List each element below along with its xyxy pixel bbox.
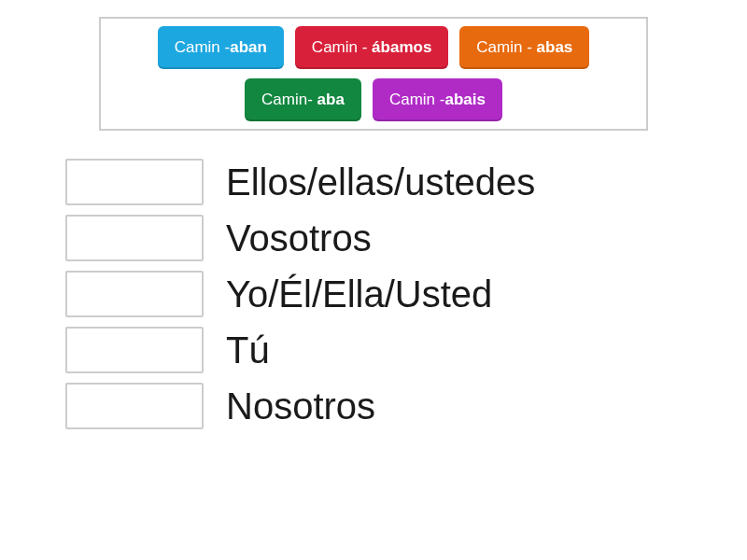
tile-prefix: Camin - <box>389 91 445 108</box>
tile-abas[interactable]: Camin - abas <box>459 26 589 69</box>
match-row: Ellos/ellas/ustedes <box>65 159 747 205</box>
dropzone[interactable] <box>65 383 204 429</box>
tile-prefix: Camin - <box>312 38 372 56</box>
tile-prefix: Camin - <box>175 38 231 56</box>
match-row: Tú <box>65 327 747 373</box>
match-row: Yo/Él/Ella/Usted <box>65 271 747 317</box>
tile-suffix: aban <box>230 38 267 56</box>
tile-prefix: Camin- <box>261 91 317 108</box>
tile-tray: Camin -aban Camin - ábamos Camin - abas … <box>99 17 648 131</box>
tile-prefix: Camin - <box>476 38 536 56</box>
match-row: Nosotros <box>65 383 747 429</box>
tile-suffix: aba <box>317 91 345 108</box>
tile-aban[interactable]: Camin -aban <box>158 26 284 69</box>
prompt-label: Tú <box>226 330 270 370</box>
tile-aba[interactable]: Camin- aba <box>245 78 361 121</box>
tile-abamos[interactable]: Camin - ábamos <box>295 26 448 69</box>
tile-abais[interactable]: Camin -abais <box>373 78 502 121</box>
prompt-label: Ellos/ellas/ustedes <box>226 162 535 202</box>
match-row: Vosotros <box>65 215 747 261</box>
dropzone[interactable] <box>65 271 204 317</box>
tile-suffix: abas <box>537 38 573 56</box>
match-list: Ellos/ellas/ustedes Vosotros Yo/Él/Ella/… <box>65 159 747 429</box>
prompt-label: Nosotros <box>226 386 375 426</box>
dropzone[interactable] <box>65 159 204 205</box>
tile-suffix: abais <box>444 91 485 108</box>
prompt-label: Yo/Él/Ella/Usted <box>226 274 492 314</box>
dropzone[interactable] <box>65 215 204 261</box>
tile-suffix: ábamos <box>372 38 431 56</box>
prompt-label: Vosotros <box>226 218 372 258</box>
dropzone[interactable] <box>65 327 204 373</box>
